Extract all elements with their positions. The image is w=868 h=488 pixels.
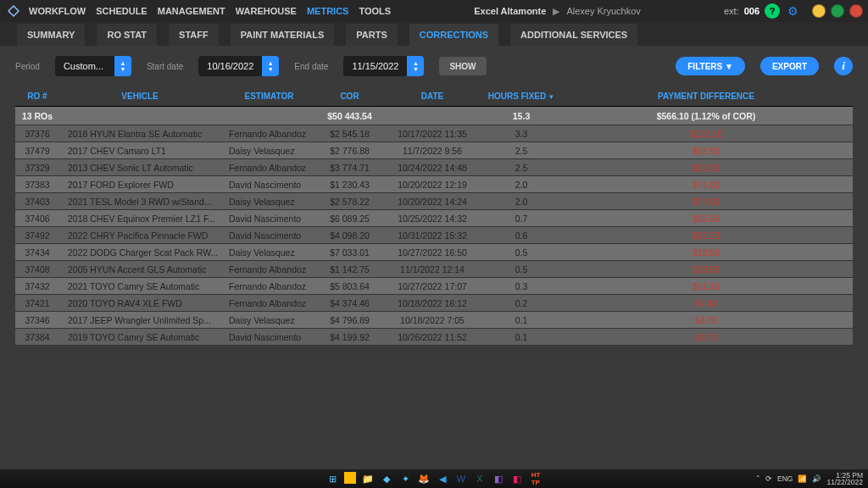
totals-row: 13 ROs $50 443.54 15.3 $566.10 (1.12% of… [15, 107, 853, 125]
table-row[interactable]: 374082005 HYUN Accent GLS AutomaticFerna… [15, 261, 853, 278]
col-ro[interactable]: RO # [15, 86, 59, 107]
show-button[interactable]: SHOW [439, 57, 486, 75]
ext-number: 006 [744, 6, 760, 16]
taskbar-app[interactable]: ◆ [380, 472, 393, 485]
window-maximize[interactable] [831, 4, 844, 18]
table-row[interactable]: 373292013 CHEV Sonic LT AutomaticFernand… [15, 159, 853, 176]
settings-icon[interactable]: ⚙ [785, 3, 800, 19]
export-button[interactable]: EXPORT [760, 57, 819, 75]
nav-item[interactable]: TOOLS [359, 6, 391, 16]
col-date[interactable]: DATE [381, 86, 483, 107]
start-date-input[interactable]: 10/16/2022 ▲▼ [198, 56, 279, 76]
wifi-icon[interactable]: 📶 [798, 474, 807, 483]
start-date-label: Start date [147, 62, 183, 71]
subtab[interactable]: RO STAT [97, 24, 157, 46]
chevron-updown-icon[interactable]: ▲▼ [262, 56, 279, 76]
taskbar-app[interactable] [344, 472, 356, 484]
col-hours-fixed[interactable]: HOURS FIXED▼ [483, 86, 559, 107]
subtab[interactable]: PARTS [346, 24, 397, 46]
info-button[interactable]: i [834, 57, 853, 75]
subtab[interactable]: ADDITIONAL SERVICES [510, 24, 637, 46]
table-row[interactable]: 373762018 HYUN Elantra SE AutomaticFerna… [15, 125, 853, 142]
window-minimize[interactable] [812, 4, 826, 18]
nav-item[interactable]: MANAGEMENT [158, 6, 225, 16]
subtab[interactable]: PAINT MATERIALS [231, 24, 335, 46]
table-row[interactable]: 374212020 TOYO RAV4 XLE FWDFernando Alba… [15, 295, 853, 312]
lang-indicator[interactable]: ENG [777, 474, 793, 483]
firefox-icon[interactable]: 🦊 [417, 472, 431, 485]
table-row[interactable]: 374792017 CHEV Camaro LT1Daisy Velasquez… [15, 142, 853, 159]
table-row[interactable]: 373462017 JEEP Wrangler Unlimited Sp...D… [15, 312, 853, 329]
taskbar[interactable]: ⊞ 📁 ◆ ✦ 🦊 ◀ W X ◧ ◧ HTTP ˄ ⟳ ENG 📶 🔊 1:2… [0, 469, 868, 488]
col-cor[interactable]: COR [318, 86, 381, 107]
shop-name: Excel Altamonte [474, 6, 546, 16]
help-icon[interactable]: ? [765, 3, 780, 19]
table-row[interactable]: 374032021 TESL Model 3 RWD w/Stand...Dai… [15, 193, 853, 210]
taskbar-app[interactable]: ◧ [492, 472, 505, 485]
start-icon[interactable]: ⊞ [326, 472, 339, 485]
period-select[interactable]: Custom... ▲▼ [55, 56, 131, 76]
nav-item[interactable]: METRICS [307, 6, 349, 16]
taskbar-app[interactable]: HTTP [529, 472, 542, 485]
col-payment-diff[interactable]: PAYMENT DIFFERENCE [559, 86, 853, 107]
ext-label: ext: [724, 6, 739, 16]
word-icon[interactable]: W [454, 472, 468, 485]
taskbar-app[interactable]: ◧ [510, 472, 524, 485]
end-date-input[interactable]: 11/15/2022 ▲▼ [343, 56, 424, 76]
nav-item[interactable]: WAREHOUSE [236, 6, 297, 16]
chevron-updown-icon[interactable]: ▲▼ [114, 56, 131, 76]
telegram-icon[interactable]: ◀ [436, 472, 449, 485]
user-name: Alexey Kryuchkov [566, 6, 640, 16]
sync-icon[interactable]: ⟳ [765, 474, 772, 483]
clock-date[interactable]: 11/22/2022 [826, 479, 863, 486]
nav-item[interactable]: SCHEDULE [96, 6, 147, 16]
period-label: Period [15, 62, 40, 71]
subtab[interactable]: CORRECTIONS [409, 24, 498, 46]
nav-item[interactable]: WORKFLOW [29, 6, 86, 16]
excel-icon[interactable]: X [473, 472, 487, 485]
sub-tabs: SUMMARYRO STATSTAFFPAINT MATERIALSPARTSC… [0, 22, 868, 46]
explorer-icon[interactable]: 📁 [361, 472, 375, 485]
main-nav: WORKFLOWSCHEDULEMANAGEMENTWAREHOUSEMETRI… [27, 6, 391, 16]
subtab[interactable]: STAFF [169, 24, 219, 46]
table-row[interactable]: 374342022 DODG Charger Scat Pack RW...Da… [15, 244, 853, 261]
table-row[interactable]: 373842019 TOYO Camry SE AutomaticDavid N… [15, 329, 853, 346]
end-date-label: End date [294, 62, 328, 71]
table-row[interactable]: 374062018 CHEV Equinox Premier LZ1 F...D… [15, 210, 853, 227]
play-icon: ▶ [553, 6, 559, 17]
corrections-table: RO # VEHICLE ESTIMATOR COR DATE HOURS FI… [15, 86, 853, 346]
col-estimator[interactable]: ESTIMATOR [220, 86, 318, 107]
table-row[interactable]: 374922022 CHRY Pacifica Pinnacle FWDDavi… [15, 227, 853, 244]
app-logo [0, 3, 27, 19]
table-row[interactable]: 374322021 TOYO Camry SE AutomaticFernand… [15, 278, 853, 295]
chevron-updown-icon[interactable]: ▲▼ [407, 56, 424, 76]
table-row[interactable]: 373832017 FORD Explorer FWDDavid Nascime… [15, 176, 853, 193]
system-tray[interactable]: ˄ ⟳ ENG 📶 🔊 1:25 PM 11/22/2022 [756, 472, 863, 486]
filters-button[interactable]: FILTERS ▼ [676, 57, 745, 75]
col-vehicle[interactable]: VEHICLE [59, 86, 220, 107]
subtab[interactable]: SUMMARY [17, 24, 85, 46]
tray-chevron-icon[interactable]: ˄ [756, 474, 760, 483]
taskbar-app[interactable]: ✦ [398, 472, 412, 485]
window-close[interactable] [849, 4, 863, 18]
volume-icon[interactable]: 🔊 [812, 474, 821, 483]
sort-desc-icon: ▼ [548, 93, 554, 101]
